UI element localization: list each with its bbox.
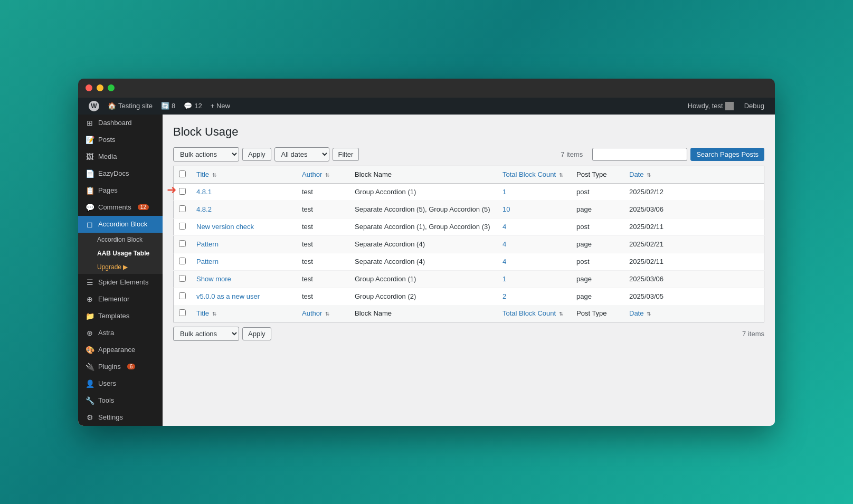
plugins-icon: 🔌 bbox=[86, 363, 94, 371]
sidebar-item-tools[interactable]: 🔧 Tools bbox=[78, 392, 163, 409]
title-col-footer[interactable]: Title ⇅ bbox=[191, 305, 297, 322]
sidebar-label-pages: Pages bbox=[98, 186, 118, 194]
date-col-header[interactable]: Date ⇅ bbox=[624, 166, 764, 183]
bulk-actions-select-top[interactable]: Bulk actions bbox=[173, 147, 239, 161]
search-input[interactable] bbox=[592, 148, 687, 161]
sidebar-item-appearance[interactable]: 🎨 Appearance bbox=[78, 341, 163, 358]
sidebar-item-settings[interactable]: ⚙ Settings bbox=[78, 409, 163, 426]
submenu-aab-usage-table[interactable]: AAB Usage Table bbox=[78, 246, 163, 260]
count-col-footer[interactable]: Total Block Count ⇅ bbox=[497, 305, 571, 322]
sidebar-item-pages[interactable]: 📋 Pages bbox=[78, 182, 163, 199]
row-checkbox-6[interactable] bbox=[179, 292, 186, 299]
comments-item[interactable]: 💬 12 bbox=[179, 98, 206, 115]
admin-bar-right: Howdy, test Debug bbox=[684, 98, 769, 115]
row-count-6: 2 bbox=[497, 288, 571, 305]
debug-item[interactable]: Debug bbox=[740, 98, 769, 115]
sidebar-item-templates[interactable]: 📁 Templates bbox=[78, 308, 163, 325]
row-title-3[interactable]: Pattern bbox=[191, 235, 297, 253]
apply-button-bottom[interactable]: Apply bbox=[242, 327, 271, 340]
site-name-item[interactable]: 🏠 Testing site bbox=[103, 98, 157, 115]
updates-item[interactable]: 🔄 8 bbox=[157, 98, 179, 115]
sidebar-item-media[interactable]: 🖼 Media bbox=[78, 148, 163, 165]
pages-icon: 📋 bbox=[86, 186, 94, 195]
title-sort-arrows-footer: ⇅ bbox=[212, 311, 216, 317]
row-checkbox-5[interactable] bbox=[179, 275, 186, 282]
row-title-5[interactable]: Show more bbox=[191, 270, 297, 288]
sidebar-item-spider-elements[interactable]: ☰ Spider Elements bbox=[78, 274, 163, 291]
author-sort-arrows: ⇅ bbox=[325, 172, 329, 178]
dates-select[interactable]: All dates bbox=[274, 147, 329, 161]
howdy-item[interactable]: Howdy, test bbox=[684, 98, 738, 115]
row-blockname-0: Group Accordion (1) bbox=[349, 183, 497, 201]
users-icon: 👤 bbox=[86, 379, 94, 388]
sidebar-item-accordion-block[interactable]: ◻ Accordion Block bbox=[78, 216, 163, 233]
table-row: Show more test Group Accordion (1) 1 pag… bbox=[174, 270, 764, 288]
row-blockname-3: Separate Accordion (4) bbox=[349, 235, 497, 253]
row-checkbox-4[interactable] bbox=[179, 258, 186, 264]
row-title-0[interactable]: 4.8.1 bbox=[191, 183, 297, 201]
row-title-2[interactable]: New version check bbox=[191, 218, 297, 235]
home-icon: 🏠 bbox=[108, 102, 116, 110]
row-title-1[interactable]: 4.8.2 bbox=[191, 201, 297, 218]
table-row: Pattern test Separate Accordion (4) 4 po… bbox=[174, 253, 764, 270]
row-count-1: 10 bbox=[497, 201, 571, 218]
page-title: Block Usage bbox=[173, 125, 764, 139]
select-all-checkbox[interactable] bbox=[179, 170, 186, 177]
select-all-checkbox-footer[interactable] bbox=[179, 309, 186, 316]
search-pages-posts-button[interactable]: Search Pages Posts bbox=[690, 148, 764, 161]
top-toolbar: Bulk actions Apply All dates Filter 7 it… bbox=[173, 147, 764, 161]
window: W 🏠 Testing site 🔄 8 💬 12 + New Howdy, t… bbox=[78, 79, 775, 426]
admin-bar: W 🏠 Testing site 🔄 8 💬 12 + New Howdy, t… bbox=[78, 98, 775, 115]
row-checkbox-0[interactable] bbox=[179, 188, 186, 195]
minimize-button[interactable] bbox=[97, 84, 103, 91]
select-all-col-footer bbox=[174, 305, 192, 322]
row-date-2: 2025/02/11 bbox=[624, 218, 764, 235]
count-sort-arrows-footer: ⇅ bbox=[559, 311, 563, 317]
sidebar-item-posts[interactable]: 📝 Posts bbox=[78, 131, 163, 148]
appearance-icon: 🎨 bbox=[86, 346, 94, 354]
sidebar-label-accordion-block: Accordion Block bbox=[98, 220, 147, 228]
sidebar-item-users[interactable]: 👤 Users bbox=[78, 375, 163, 392]
filter-button[interactable]: Filter bbox=[333, 148, 359, 161]
row-checkbox-1[interactable] bbox=[179, 205, 186, 212]
title-col-header[interactable]: Title ⇅ bbox=[191, 166, 297, 183]
new-item[interactable]: + New bbox=[206, 98, 234, 115]
submenu-accordion-block[interactable]: Accordion Block bbox=[78, 233, 163, 246]
sidebar-item-elementor[interactable]: ⊕ Elementor bbox=[78, 291, 163, 308]
wp-logo-item[interactable]: W bbox=[84, 98, 103, 115]
table-row: 4.8.2 test Separate Accordion (5), Group… bbox=[174, 201, 764, 218]
sidebar-item-easydocs[interactable]: 📄 EazyDocs bbox=[78, 165, 163, 182]
row-title-4[interactable]: Pattern bbox=[191, 253, 297, 270]
date-sort-arrows-footer: ⇅ bbox=[647, 311, 651, 317]
sidebar-label-templates: Templates bbox=[98, 312, 129, 320]
bulk-actions-select-bottom[interactable]: Bulk actions bbox=[173, 327, 239, 341]
maximize-button[interactable] bbox=[108, 84, 115, 91]
sidebar-item-comments[interactable]: 💬 Comments 12 bbox=[78, 199, 163, 216]
date-col-footer[interactable]: Date ⇅ bbox=[624, 305, 764, 322]
close-button[interactable] bbox=[86, 84, 92, 91]
debug-label: Debug bbox=[744, 102, 764, 110]
apply-button-top[interactable]: Apply bbox=[242, 148, 271, 161]
avatar bbox=[725, 102, 734, 110]
block-usage-table: Title ⇅ Author ⇅ Block Name Total Block … bbox=[173, 166, 764, 322]
blockname-col-footer: Block Name bbox=[349, 305, 497, 322]
sidebar-label-dashboard: Dashboard bbox=[98, 119, 132, 127]
accordion-submenu: Accordion Block AAB Usage Table Upgrade … bbox=[78, 233, 163, 274]
content-wrapper: ➜ Block Usage Bulk actions Apply All dat… bbox=[173, 125, 764, 341]
sidebar-item-plugins[interactable]: 🔌 Plugins 6 bbox=[78, 358, 163, 375]
row-checkbox-3[interactable] bbox=[179, 240, 186, 247]
row-title-6[interactable]: v5.0.0 as a new user bbox=[191, 288, 297, 305]
row-checkbox-2[interactable] bbox=[179, 223, 186, 230]
sidebar-item-astra[interactable]: ⊛ Astra bbox=[78, 325, 163, 341]
author-col-header[interactable]: Author ⇅ bbox=[297, 166, 349, 183]
row-date-5: 2025/03/06 bbox=[624, 270, 764, 288]
row-checkbox-cell bbox=[174, 270, 192, 288]
plugins-badge: 6 bbox=[127, 364, 136, 369]
row-blockname-6: Group Accordion (2) bbox=[349, 288, 497, 305]
sidebar-label-comments: Comments bbox=[98, 203, 131, 211]
submenu-upgrade[interactable]: Upgrade ▶ bbox=[78, 260, 163, 274]
sidebar-item-dashboard[interactable]: ⊞ Dashboard bbox=[78, 115, 163, 131]
comments-badge: 12 bbox=[138, 204, 149, 210]
count-col-header[interactable]: Total Block Count ⇅ bbox=[497, 166, 571, 183]
author-col-footer[interactable]: Author ⇅ bbox=[297, 305, 349, 322]
